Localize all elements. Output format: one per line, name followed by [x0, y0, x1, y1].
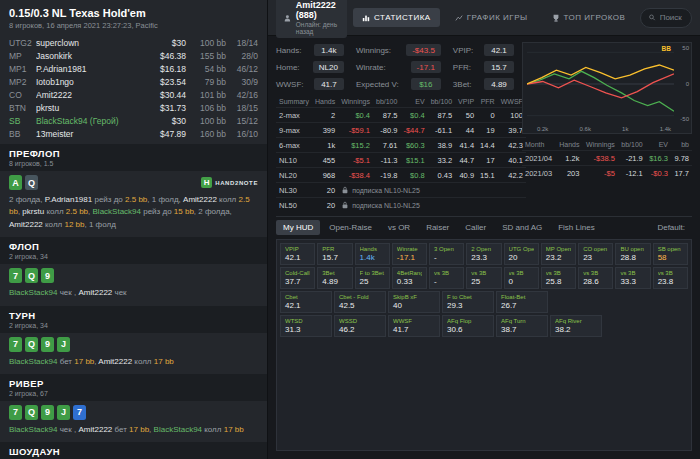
street-pot: 2 игрока, 67: [9, 390, 258, 397]
hud-panel: My HUDOpen-Raisevs ORRaiserCallerSD and …: [276, 216, 692, 451]
tab-statistics[interactable]: СТАТИСТИКА: [353, 8, 440, 27]
hud-stat-cell[interactable]: WTSD 31.3: [280, 315, 332, 337]
player-row[interactable]: BB 13meister $47.89 160 bb 16/10: [0, 127, 267, 140]
hud-stat-cell[interactable]: 2 Open 23.3: [466, 243, 501, 265]
player-chip[interactable]: Amit2222 (888) Онлайн: день назад: [276, 0, 347, 38]
street-pot: 2 игрока, 34: [9, 253, 258, 260]
hud-stat-cell[interactable]: Cbet - Fold 42.5: [334, 291, 386, 313]
hud-stat-value: 0: [509, 277, 534, 286]
hud-stat-value: 38.2: [555, 325, 597, 334]
hud-tab[interactable]: Fish Lines: [551, 220, 601, 235]
hud-stat-cell[interactable]: vs 3B 23.8: [653, 267, 688, 289]
hud-stat-cell[interactable]: WWSF 41.7: [388, 315, 440, 337]
hud-stat-cell[interactable]: AFq River 38.2: [550, 315, 602, 337]
playing-card: 9: [41, 268, 54, 283]
hud-stat-cell[interactable]: VPIP 42.1: [280, 243, 315, 265]
column-header[interactable]: VPIP: [455, 96, 477, 108]
stat-cell: WWSF: 41.7: [276, 78, 344, 90]
player-row[interactable]: MP2 Iotob1ngo $23.54 79 bb 30/9: [0, 75, 267, 88]
column-header[interactable]: EV: [646, 139, 671, 151]
hud-stat-cell[interactable]: 4BetRange 0.33: [392, 267, 427, 289]
hud-stat-cell[interactable]: Float-Bet 26.7: [496, 291, 548, 313]
action-segment: Amit2222: [98, 357, 132, 366]
locked-table-row[interactable]: NL30 20 подписка NL10-NL25: [276, 183, 526, 198]
hud-stat-value: 33.3: [620, 277, 645, 286]
hud-tab[interactable]: vs OR: [381, 220, 417, 235]
hud-stat-cell[interactable]: AFq Turn 38.7: [496, 315, 548, 337]
hud-stat-cell[interactable]: vs 3B 25: [466, 267, 501, 289]
column-header[interactable]: Summary: [276, 96, 312, 108]
hud-stat-cell[interactable]: AFq Flop 30.6: [442, 315, 494, 337]
hud-stat-value: 41.7: [393, 325, 435, 334]
hud-stat-cell[interactable]: Cold-Call 37.7: [280, 267, 315, 289]
lock-icon: [341, 186, 349, 194]
column-header[interactable]: bb/100: [618, 139, 646, 151]
player-position: MP1: [9, 64, 36, 74]
column-header[interactable]: Hands: [556, 139, 583, 151]
hud-tab[interactable]: My HUD: [276, 220, 320, 235]
table-row[interactable]: 9-max 399 -$59.1 -80.9 -$44.7 -61.1 44 1…: [276, 123, 526, 138]
hud-tab[interactable]: Default:: [650, 220, 692, 235]
player-row[interactable]: MP1 P.Adrian1981 $16.18 54 bb 46/12: [0, 62, 267, 75]
hud-stat-cell[interactable]: F to Cbet 29.3: [442, 291, 494, 313]
column-header[interactable]: Month: [522, 139, 556, 151]
hud-stat-cell[interactable]: UTG Open 20: [504, 243, 539, 265]
column-header[interactable]: Winnings: [338, 96, 373, 108]
player-row[interactable]: SB BlackStack94 (Герой) $30 100 bb 15/12: [0, 114, 267, 127]
column-header[interactable]: Winnings: [582, 139, 617, 151]
search-input[interactable]: [660, 13, 683, 22]
table-row[interactable]: NL20 968 -$38.4 -19.8 $0.8 0.43 40.9 15.…: [276, 168, 526, 183]
hud-stat-cell[interactable]: Winrate -17.1: [392, 243, 427, 265]
column-header[interactable]: EV: [400, 96, 427, 108]
column-header[interactable]: Hands: [312, 96, 338, 108]
column-header[interactable]: PFR: [477, 96, 498, 108]
hud-stat-cell[interactable]: vs 3B 25.8: [541, 267, 576, 289]
hud-stat-cell[interactable]: vs 3B 33.3: [615, 267, 650, 289]
hud-stat-cell[interactable]: 3Bet 4.89: [317, 267, 352, 289]
hud-tab[interactable]: SD and AG: [495, 220, 549, 235]
hud-stat-cell[interactable]: 3 Open -: [429, 243, 464, 265]
hud-stat-cell[interactable]: vs 3B 0: [504, 267, 539, 289]
winnings-chart[interactable]: 50 0 -50 0.2k 0.6k 1k 1.4k BB: [522, 42, 692, 134]
locked-table-row[interactable]: NL50 20 подписка NL10-NL25: [276, 198, 526, 213]
player-row[interactable]: BTN pkrstu $31.73 106 bb 18/15: [0, 101, 267, 114]
hud-stat-cell[interactable]: Cbet 42.1: [280, 291, 332, 313]
hud-tab[interactable]: Raiser: [419, 220, 456, 235]
player-bb: 54 bb: [186, 64, 226, 74]
column-header[interactable]: bb/100: [428, 96, 455, 108]
column-header[interactable]: bb: [671, 139, 692, 151]
tab-top-players[interactable]: ТОП ИГРОКОВ: [543, 8, 635, 27]
column-header[interactable]: bb/100: [373, 96, 400, 108]
hud-stat-cell[interactable]: SkipB xF 40: [388, 291, 440, 313]
hud-stat-cell[interactable]: PFR 15.7: [317, 243, 352, 265]
action-segment: чек: [112, 288, 126, 297]
table-row[interactable]: 6-max 1k $15.2 7.61 $60.3 38.9 41.4 14.4…: [276, 138, 526, 153]
table-row[interactable]: 2021/04 1.2k -$38.5 -21.9 $16.3 9.78: [522, 151, 692, 166]
table-row[interactable]: 2-max 2 $0.4 87.5 $0.4 87.5 50 0 100: [276, 108, 526, 123]
hud-stat-cell[interactable]: vs 3B -: [429, 267, 464, 289]
action-segment: рейз до: [141, 207, 174, 216]
hud-stat-cell[interactable]: WSSD 46.2: [334, 315, 386, 337]
hud-stat-cell[interactable]: CO open 23: [578, 243, 613, 265]
table-row[interactable]: 2021/03 203 -$5 -12.1 -$0.3 17.7: [522, 166, 692, 181]
stat-label: VPIP:: [453, 46, 473, 55]
lock-icon: [341, 201, 349, 209]
hud-stat-cell[interactable]: SB open 58: [653, 243, 688, 265]
hud-stat-label: vs 3B: [471, 270, 496, 276]
tab-graph[interactable]: ГРАФИК ИГРЫ: [446, 8, 537, 27]
player-row[interactable]: MP Jasonkirk $46.38 155 bb 28/0: [0, 49, 267, 62]
hud-tab[interactable]: Caller: [458, 220, 493, 235]
table-row[interactable]: NL10 455 -$5.1 -11.3 $15.1 33.2 44.7 17 …: [276, 153, 526, 168]
hud-stat-value: 25.8: [546, 277, 571, 286]
hud-stat-cell[interactable]: vs 3B 28.6: [578, 267, 613, 289]
player-row[interactable]: CO Amit2222 $30.44 101 bb 42/16: [0, 88, 267, 101]
player-name: Amit2222: [36, 90, 146, 100]
hud-stat-cell[interactable]: MP Open 23.2: [541, 243, 576, 265]
hud-tab[interactable]: Open-Raise: [322, 220, 379, 235]
stat-cell: VPIP: 42.1: [453, 44, 514, 56]
hud-stat-cell[interactable]: Hands 1.4k: [355, 243, 390, 265]
hud-stat-cell[interactable]: F to 3Bet 25: [355, 267, 390, 289]
player-row[interactable]: UTG2 superclown $30 100 bb 18/14: [0, 36, 267, 49]
playing-card: Q: [25, 268, 38, 283]
hud-stat-cell[interactable]: BU open 28.8: [615, 243, 650, 265]
